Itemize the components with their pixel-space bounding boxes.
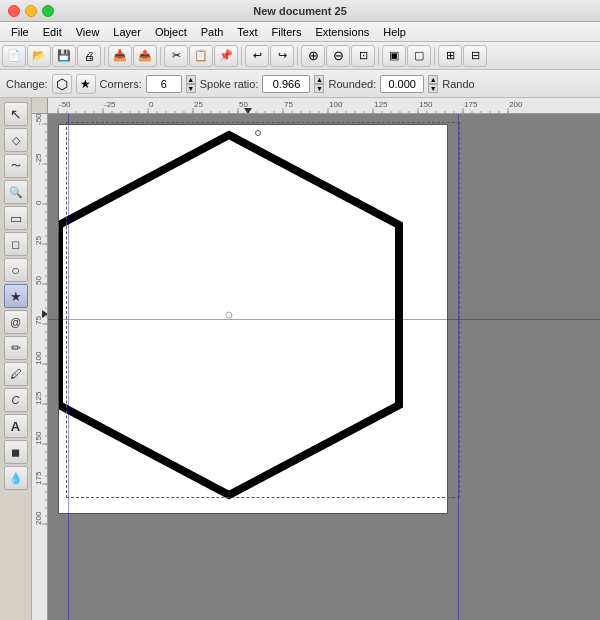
tool-selector[interactable]: ↖ <box>4 102 28 126</box>
tool-dropper[interactable]: 💧 <box>4 466 28 490</box>
tool-options-bar: Change: ⬡ ★ Corners: ▲ ▼ Spoke ratio: ▲ … <box>0 70 600 98</box>
tool-tweak[interactable]: 〜 <box>4 154 28 178</box>
close-button[interactable] <box>8 5 20 17</box>
left-toolbar: ↖ ◇ 〜 🔍 ▭ ◻ ○ ★ @ ✏ 🖊 C A ◼ 💧 <box>0 98 32 620</box>
tool-3dbox[interactable]: ◻ <box>4 232 28 256</box>
import-button[interactable]: 📥 <box>108 45 132 67</box>
polygon-icon[interactable]: ⬡ <box>52 74 72 94</box>
tool-star[interactable]: ★ <box>4 284 28 308</box>
hexagon-shape[interactable] <box>59 135 399 495</box>
spoke-ratio-label: Spoke ratio: <box>200 78 259 90</box>
zoom-fit-button[interactable]: ⊡ <box>351 45 375 67</box>
paste-button[interactable]: 📌 <box>214 45 238 67</box>
tool-ellipse[interactable]: ○ <box>4 258 28 282</box>
main-canvas-row <box>32 114 600 620</box>
zoom-out-button[interactable]: ⊖ <box>326 45 350 67</box>
spoke-ratio-input[interactable] <box>262 75 310 93</box>
ruler-corner <box>32 98 48 114</box>
menu-view[interactable]: View <box>69 24 107 40</box>
menu-layer[interactable]: Layer <box>106 24 148 40</box>
random-label: Rando <box>442 78 474 90</box>
tool-text[interactable]: A <box>4 414 28 438</box>
separator-4 <box>297 47 298 65</box>
corners-up[interactable]: ▲ <box>186 75 196 84</box>
minimize-button[interactable] <box>25 5 37 17</box>
workspace: ↖ ◇ 〜 🔍 ▭ ◻ ○ ★ @ ✏ 🖊 C A ◼ 💧 <box>0 98 600 620</box>
star-icon[interactable]: ★ <box>76 74 96 94</box>
menu-filters[interactable]: Filters <box>265 24 309 40</box>
tool-pencil[interactable]: ✏ <box>4 336 28 360</box>
tool-node[interactable]: ◇ <box>4 128 28 152</box>
change-label: Change: <box>6 78 48 90</box>
snap-button[interactable]: ⊞ <box>438 45 462 67</box>
main-toolbar: 📄 📂 💾 🖨 📥 📤 ✂ 📋 📌 ↩ ↪ ⊕ ⊖ ⊡ ▣ ▢ ⊞ ⊟ <box>0 42 600 70</box>
traffic-lights <box>8 5 54 17</box>
tool-calligraphy[interactable]: C <box>4 388 28 412</box>
copy-button[interactable]: 📋 <box>189 45 213 67</box>
canvas-area <box>32 98 600 620</box>
stroke-button[interactable]: ▢ <box>407 45 431 67</box>
undo-button[interactable]: ↩ <box>245 45 269 67</box>
rounded-up[interactable]: ▲ <box>428 75 438 84</box>
spoke-up[interactable]: ▲ <box>314 75 324 84</box>
drawing-canvas[interactable] <box>58 124 448 514</box>
canvas-container[interactable] <box>48 114 600 620</box>
titlebar: New document 25 <box>0 0 600 22</box>
print-button[interactable]: 🖨 <box>77 45 101 67</box>
corners-spinner[interactable]: ▲ ▼ <box>186 75 196 93</box>
redo-button[interactable]: ↪ <box>270 45 294 67</box>
separator-1 <box>104 47 105 65</box>
hexagon-svg <box>59 125 449 515</box>
tool-pen[interactable]: 🖊 <box>4 362 28 386</box>
ruler-top <box>48 98 600 114</box>
rounded-down[interactable]: ▼ <box>428 84 438 93</box>
window-title: New document 25 <box>253 5 347 17</box>
fill-button[interactable]: ▣ <box>382 45 406 67</box>
menu-edit[interactable]: Edit <box>36 24 69 40</box>
grid-button[interactable]: ⊟ <box>463 45 487 67</box>
menu-path[interactable]: Path <box>194 24 231 40</box>
separator-3 <box>241 47 242 65</box>
spoke-ratio-spinner[interactable]: ▲ ▼ <box>314 75 324 93</box>
tool-gradient[interactable]: ◼ <box>4 440 28 464</box>
menu-text[interactable]: Text <box>230 24 264 40</box>
tool-zoom[interactable]: 🔍 <box>4 180 28 204</box>
corners-label: Corners: <box>100 78 142 90</box>
separator-5 <box>378 47 379 65</box>
zoom-in-button[interactable]: ⊕ <box>301 45 325 67</box>
spoke-down[interactable]: ▼ <box>314 84 324 93</box>
ruler-left <box>32 114 48 620</box>
export-button[interactable]: 📤 <box>133 45 157 67</box>
cut-button[interactable]: ✂ <box>164 45 188 67</box>
menu-file[interactable]: File <box>4 24 36 40</box>
corners-down[interactable]: ▼ <box>186 84 196 93</box>
rounded-label: Rounded: <box>328 78 376 90</box>
tool-spiral[interactable]: @ <box>4 310 28 334</box>
ruler-top-canvas <box>48 98 600 114</box>
ruler-row <box>32 98 600 114</box>
menu-extensions[interactable]: Extensions <box>308 24 376 40</box>
separator-2 <box>160 47 161 65</box>
rounded-input[interactable] <box>380 75 424 93</box>
menu-object[interactable]: Object <box>148 24 194 40</box>
guide-vertical-2 <box>458 114 459 620</box>
maximize-button[interactable] <box>42 5 54 17</box>
rounded-spinner[interactable]: ▲ ▼ <box>428 75 438 93</box>
tool-rect[interactable]: ▭ <box>4 206 28 230</box>
ruler-left-canvas <box>32 114 48 620</box>
separator-6 <box>434 47 435 65</box>
new-button[interactable]: 📄 <box>2 45 26 67</box>
corners-input[interactable] <box>146 75 182 93</box>
menubar: File Edit View Layer Object Path Text Fi… <box>0 22 600 42</box>
save-button[interactable]: 💾 <box>52 45 76 67</box>
menu-help[interactable]: Help <box>376 24 413 40</box>
open-button[interactable]: 📂 <box>27 45 51 67</box>
